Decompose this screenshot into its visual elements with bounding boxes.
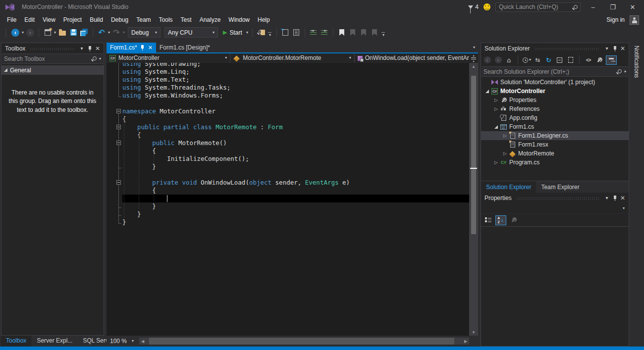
tab-form1-cs[interactable]: Form1.cs* ✕: [107, 43, 156, 52]
scroll-left-arrow[interactable]: ◀: [139, 338, 146, 345]
fold-gutter[interactable]: [115, 139, 122, 147]
code-line[interactable]: using System.Text;: [107, 76, 469, 84]
document-list-dropdown[interactable]: ▾: [473, 46, 478, 50]
menu-debug[interactable]: Debug: [107, 14, 132, 25]
code-text[interactable]: using System.Text;: [122, 76, 469, 84]
code-line[interactable]: {: [107, 187, 469, 195]
start-dropdown[interactable]: ▾: [246, 31, 248, 35]
fold-collapse-icon[interactable]: [116, 109, 121, 113]
menu-build[interactable]: Build: [86, 14, 107, 25]
sync-with-active-document-button[interactable]: ⇆: [534, 55, 542, 65]
dock-tab-solution-explorer[interactable]: Solution Explorer: [481, 181, 536, 193]
view-code-button[interactable]: <>: [584, 55, 592, 65]
code-text[interactable]: using System.Windows.Forms;: [122, 92, 469, 100]
menu-analyze[interactable]: Analyze: [196, 14, 225, 25]
fold-gutter[interactable]: [115, 84, 122, 92]
code-text[interactable]: private void OnWindowLoad(object sender,…: [122, 179, 469, 187]
pin-icon[interactable]: [140, 44, 145, 51]
navigate-back-dropdown[interactable]: ▾: [22, 31, 24, 35]
code-line[interactable]: {: [107, 147, 469, 155]
code-text[interactable]: }: [122, 210, 469, 218]
preview-selected-items-toggle[interactable]: [606, 55, 617, 65]
code-editor[interactable]: using System.Drawing;using System.Linq;u…: [107, 63, 469, 336]
toggle-outlining-button[interactable]: [292, 27, 301, 38]
breakpoint-margin[interactable]: [107, 68, 115, 76]
code-line[interactable]: {: [107, 131, 469, 139]
project-dropdown[interactable]: C# MotorController ▾: [107, 53, 230, 62]
fold-gutter[interactable]: [115, 115, 122, 123]
code-text[interactable]: public MotorRemote(): [122, 139, 469, 147]
menu-window[interactable]: Window: [224, 14, 254, 25]
save-button[interactable]: [69, 27, 78, 38]
notifications-flag[interactable]: 4: [468, 3, 479, 10]
code-text[interactable]: [122, 195, 469, 202]
breakpoint-margin[interactable]: [107, 179, 115, 187]
breakpoint-margin[interactable]: [107, 139, 115, 147]
breakpoint-margin[interactable]: [107, 115, 115, 123]
scroll-right-arrow[interactable]: ▶: [462, 338, 469, 345]
pin-icon[interactable]: [86, 45, 94, 52]
fold-gutter[interactable]: [115, 155, 122, 163]
redo-button[interactable]: ↷: [112, 27, 121, 38]
breakpoint-margin[interactable]: [107, 210, 115, 218]
code-text[interactable]: {: [122, 187, 469, 195]
previous-bookmark-button[interactable]: [348, 27, 357, 38]
breakpoint-margin[interactable]: [107, 63, 115, 68]
code-line[interactable]: using System.Drawing;: [107, 63, 469, 68]
fold-gutter[interactable]: [115, 92, 122, 100]
code-text[interactable]: using System.Linq;: [122, 68, 469, 76]
code-line[interactable]: }: [107, 210, 469, 218]
expander-collapsed-icon[interactable]: ▷: [502, 133, 508, 138]
menu-tools[interactable]: Tools: [155, 14, 177, 25]
expander-collapsed-icon[interactable]: ▷: [493, 160, 499, 165]
dock-tab-server-explorer[interactable]: Server Expl...: [32, 336, 77, 347]
user-avatar-icon[interactable]: [630, 15, 639, 25]
close-icon[interactable]: ✕: [619, 194, 627, 202]
code-line[interactable]: public MotorRemote(): [107, 139, 469, 147]
code-text[interactable]: }: [122, 218, 469, 226]
clear-bookmarks-button[interactable]: [370, 27, 379, 38]
notifications-tab-label[interactable]: Notifications: [633, 43, 640, 78]
scroll-up-arrow[interactable]: ▲: [469, 63, 478, 70]
tree-item-form1-cs[interactable]: Form1.cs: [481, 122, 629, 131]
fold-collapse-icon[interactable]: [116, 125, 121, 129]
code-text[interactable]: using System.Drawing;: [122, 63, 469, 68]
menu-view[interactable]: View: [39, 14, 59, 25]
breakpoint-margin[interactable]: [107, 155, 115, 163]
scrollbar-thumb[interactable]: [149, 338, 454, 345]
fold-gutter[interactable]: [115, 202, 122, 210]
fold-collapse-icon[interactable]: [116, 141, 121, 145]
breakpoint-margin[interactable]: [107, 218, 115, 226]
search-options-dropdown[interactable]: ▾: [99, 57, 101, 61]
vertical-scrollbar[interactable]: ▲ ▼: [469, 63, 478, 336]
fold-gutter[interactable]: [115, 76, 122, 84]
toolbar-overflow-button[interactable]: ▾: [268, 32, 272, 37]
tree-item-app-config[interactable]: App.config: [481, 113, 629, 122]
collapse-to-definitions-button[interactable]: [281, 27, 290, 38]
editor-splitter-handle[interactable]: ▴▾: [469, 53, 478, 63]
tree-item-solution-motorcontroller-1-project[interactable]: Solution 'MotorController' (1 project): [481, 78, 629, 87]
breakpoint-margin[interactable]: [107, 171, 115, 179]
code-line[interactable]: private void OnWindowLoad(object sender,…: [107, 179, 469, 187]
comment-lines-button[interactable]: [309, 27, 318, 38]
fold-gutter[interactable]: [115, 163, 122, 171]
close-icon[interactable]: ✕: [94, 45, 102, 52]
window-position-dropdown[interactable]: ▾: [603, 45, 611, 52]
start-debug-button[interactable]: ▶ Start: [221, 27, 244, 38]
sign-in-link[interactable]: Sign in: [606, 16, 625, 23]
member-dropdown[interactable]: OnWindowLoad(object sender, EventArgs ▾: [355, 53, 478, 62]
fold-gutter[interactable]: [115, 218, 122, 226]
undo-button[interactable]: ↶: [97, 27, 106, 38]
refresh-button[interactable]: ↻: [544, 55, 553, 65]
type-dropdown[interactable]: MotorController.MotorRemote ▾: [230, 53, 354, 62]
restore-button[interactable]: ❐: [605, 1, 620, 12]
tab-form1-cs-design[interactable]: Form1.cs [Design]*: [156, 43, 214, 52]
code-text[interactable]: {: [122, 115, 469, 123]
pin-icon[interactable]: [611, 194, 619, 202]
dock-tab-team-explorer[interactable]: Team Explorer: [536, 181, 584, 193]
back-button[interactable]: ‹: [483, 55, 491, 65]
fold-gutter[interactable]: [115, 187, 122, 195]
navigate-forward-button[interactable]: ›: [26, 27, 35, 38]
code-line[interactable]: }: [107, 163, 469, 171]
zoom-level-dropdown[interactable]: 100 % ▾: [107, 336, 136, 346]
